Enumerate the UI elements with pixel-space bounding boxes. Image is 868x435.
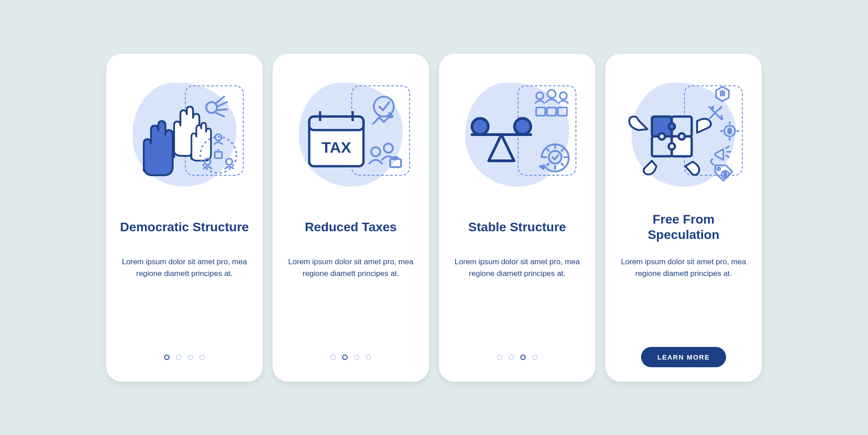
svg-point-12 bbox=[371, 147, 380, 156]
learn-more-button[interactable]: LEARN MORE bbox=[641, 347, 726, 367]
dot-2[interactable] bbox=[176, 355, 181, 360]
svg-point-24 bbox=[549, 151, 561, 164]
onboarding-card-3: Stable Structure Lorem ipsum dolor sit a… bbox=[439, 54, 595, 382]
svg-rect-21 bbox=[536, 108, 545, 116]
puzzle-hands-icon: $ $ bbox=[618, 69, 749, 200]
svg-point-48 bbox=[717, 168, 720, 170]
onboarding-card-2: TAX Reduced Taxes bbox=[273, 54, 429, 382]
svg-point-19 bbox=[547, 90, 556, 98]
card-title: Free From Speculation bbox=[618, 211, 749, 243]
tax-calendar-icon: TAX bbox=[285, 69, 416, 200]
svg-point-4 bbox=[226, 159, 232, 165]
card-title: Stable Structure bbox=[468, 211, 566, 243]
svg-point-40 bbox=[669, 143, 675, 150]
svg-line-30 bbox=[561, 149, 563, 151]
dot-4[interactable] bbox=[366, 355, 371, 360]
card-description: Lorem ipsum dolor sit amet pro, mea regi… bbox=[452, 256, 583, 280]
svg-line-32 bbox=[561, 164, 563, 165]
svg-point-20 bbox=[560, 92, 567, 99]
onboarding-stage: Democratic Structure Lorem ipsum dolor s… bbox=[88, 36, 780, 400]
svg-rect-23 bbox=[558, 108, 567, 116]
balance-scale-icon bbox=[452, 69, 583, 200]
dot-3[interactable] bbox=[354, 355, 359, 360]
svg-text:$: $ bbox=[724, 172, 726, 177]
svg-point-37 bbox=[669, 123, 675, 130]
card-description: Lorem ipsum dolor sit amet pro, mea regi… bbox=[618, 256, 749, 280]
onboarding-card-4: $ $ Free From Speculati bbox=[605, 54, 762, 382]
pagination-dots bbox=[164, 355, 205, 360]
card-description: Lorem ipsum dolor sit amet pro, mea regi… bbox=[285, 256, 416, 280]
dot-4[interactable] bbox=[199, 355, 205, 360]
svg-rect-7 bbox=[309, 117, 363, 130]
svg-point-38 bbox=[659, 133, 665, 140]
svg-point-0 bbox=[206, 102, 217, 113]
svg-line-29 bbox=[547, 149, 549, 151]
pagination-dots bbox=[497, 355, 538, 360]
dot-3[interactable] bbox=[520, 355, 526, 360]
onboarding-card-1: Democratic Structure Lorem ipsum dolor s… bbox=[106, 54, 263, 382]
pagination-dots bbox=[330, 355, 371, 360]
card-title: Reduced Taxes bbox=[305, 211, 396, 243]
svg-rect-14 bbox=[390, 159, 401, 167]
dot-2[interactable] bbox=[509, 355, 514, 360]
svg-point-16 bbox=[472, 118, 488, 135]
dot-3[interactable] bbox=[188, 355, 193, 360]
svg-line-31 bbox=[547, 164, 549, 165]
svg-rect-5 bbox=[215, 152, 222, 158]
dot-1[interactable] bbox=[330, 355, 336, 360]
card-title: Democratic Structure bbox=[120, 211, 249, 243]
svg-point-18 bbox=[536, 92, 543, 99]
dot-1[interactable] bbox=[497, 355, 502, 360]
dot-1[interactable] bbox=[164, 355, 170, 360]
svg-point-17 bbox=[514, 118, 531, 135]
svg-rect-22 bbox=[547, 108, 556, 116]
svg-text:TAX: TAX bbox=[321, 139, 351, 156]
svg-point-39 bbox=[679, 133, 685, 140]
dot-2[interactable] bbox=[342, 355, 348, 360]
svg-point-13 bbox=[384, 144, 393, 153]
svg-text:$: $ bbox=[728, 127, 731, 135]
card-description: Lorem ipsum dolor sit amet pro, mea regi… bbox=[119, 256, 250, 280]
hands-raised-icon bbox=[119, 69, 250, 200]
dot-4[interactable] bbox=[532, 355, 538, 360]
